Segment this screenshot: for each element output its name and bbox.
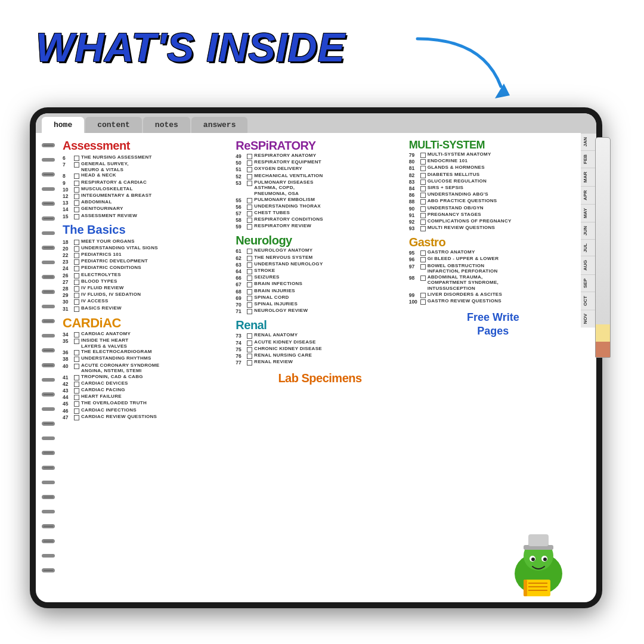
list-item: 35Inside the HeartLayers & Valves [63, 338, 231, 349]
list-item: 24Pediatric Conditions [63, 265, 231, 271]
section-multisystem: MULTi-SYSTEM 79Multi-System Anatomy 80En… [409, 139, 577, 231]
list-item: 84SIRS + Sepsis [409, 185, 577, 191]
navbar: home content notes answers [36, 113, 596, 133]
list-item: 80Endocrine 101 [409, 158, 577, 165]
list-item: 63Understand Neurology [236, 261, 404, 268]
section-gastro: Gastro 95Gastro Anatomy 96GI Bleed - Upp… [409, 236, 577, 305]
mascot-container [409, 343, 577, 597]
list-item: 81Glands & Hormones [409, 165, 577, 171]
list-item: 90Understand OB/GYN [409, 205, 577, 212]
list-item: 96GI Bleed - Upper & Lower [409, 256, 577, 262]
list-item: 40Acute Coronary SyndromeAngina, NSTEMI,… [63, 363, 231, 374]
freewrite-title: Free WritePages [409, 311, 577, 339]
list-item: 50Respiratory Equipment [236, 159, 404, 166]
list-item: 28IV Fluid Review [63, 285, 231, 292]
spiral-binding [42, 143, 57, 572]
list-item: 86Understanding ABG's [409, 191, 577, 198]
column-3: MULTi-SYSTEM 79Multi-System Anatomy 80En… [409, 139, 577, 597]
tab-apr[interactable]: APR [581, 186, 596, 204]
list-item: 88ABG Practice Questions [409, 198, 577, 205]
tab-notes[interactable]: notes [143, 117, 190, 133]
tab-jul[interactable]: JUL [581, 239, 596, 256]
tab-may[interactable]: MAY [581, 204, 596, 222]
list-item: 7General Survey,Neuro & Vitals [63, 161, 231, 172]
list-item: 57Chest Tubes [236, 210, 404, 216]
svg-rect-11 [524, 580, 550, 596]
list-item: 55Pulmonary Embolism [236, 197, 404, 203]
tab-oct[interactable]: OCT [581, 292, 596, 309]
cardiac-title: CARDiAC [63, 315, 231, 331]
list-item: 59Respiratory Review [236, 223, 404, 230]
list-item: 76Renal Nursing Care [236, 352, 404, 359]
list-item: 23Pediatric Development [63, 258, 231, 265]
tablet-screen: home content notes answers JAN FEB MAR A… [36, 113, 596, 602]
list-item: 26Electrolytes [63, 272, 231, 278]
pencil [595, 137, 611, 358]
list-item: 82Diabetes Mellitus [409, 172, 577, 178]
tab-mar[interactable]: MAR [581, 168, 596, 186]
tab-jun[interactable]: JUN [581, 222, 596, 239]
arrow-decoration [411, 33, 513, 110]
section-cardiac: CARDiAC 34Cardiac Anatomy 35Inside the H… [63, 315, 231, 420]
basics-title: The Basics [63, 223, 231, 237]
list-item: 52Mechanical Ventilation [236, 173, 404, 179]
list-item: 98Abdominal Trauma,Compartment Syndrome,… [409, 274, 577, 292]
list-item: 45The Overloaded Truth [63, 400, 231, 407]
respiratory-title: ReSPiRATORY [236, 139, 404, 153]
list-item: 10Musculoskeletal [63, 186, 231, 193]
assessment-title: Assessment [63, 139, 231, 153]
pear-mascot [506, 526, 571, 597]
tab-aug[interactable]: AUG [581, 256, 596, 274]
tab-feb[interactable]: FEB [581, 150, 596, 168]
list-item: 44Heart Failure [63, 394, 231, 400]
list-item: 95Gastro Anatomy [409, 249, 577, 256]
list-item: 99Liver Disorders & Ascites [409, 292, 577, 298]
list-item: 61Neurology Anatomy [236, 247, 404, 254]
list-item: 53Pulmonary DiseasesAsthma, COPD,Pneumon… [236, 179, 404, 197]
gastro-title: Gastro [409, 236, 577, 249]
section-respiratory: ReSPiRATORY 49Respiratory Anatomy 50Resp… [236, 139, 404, 230]
tab-nov[interactable]: NOV [581, 309, 596, 327]
list-item: 83Glucose Regulation [409, 178, 577, 185]
list-item: 36The Electrocardiogram [63, 349, 231, 355]
list-item: 73Renal Anatomy [236, 332, 404, 339]
list-item: 18Meet Your Organs [63, 239, 231, 245]
month-tabs: JAN FEB MAR APR MAY JUN JUL AUG SEP OCT … [581, 133, 596, 602]
list-item: 79Multi-System Anatomy [409, 151, 577, 158]
svg-marker-0 [495, 83, 510, 98]
list-item: 6The Nursing Assessment [63, 154, 231, 161]
list-item: 27Blood Types [63, 278, 231, 285]
list-item: 51Oxygen Delivery [236, 166, 404, 172]
list-item: 67Brain Infections [236, 281, 404, 287]
list-item: 34Cardiac Anatomy [63, 331, 231, 338]
list-item: 58Respiratory Conditions [236, 216, 404, 223]
svg-point-7 [531, 558, 535, 561]
section-assessment: Assessment 6The Nursing Assessment 7Gene… [63, 139, 231, 219]
list-item: 20Understanding Vital Signs [63, 245, 231, 252]
list-item: 46Cardiac Infections [63, 407, 231, 414]
list-item: 64Stroke [236, 268, 404, 274]
tab-home[interactable]: home [42, 117, 84, 133]
list-item: 100Gastro Review Questions [409, 298, 577, 305]
svg-rect-12 [524, 580, 527, 596]
tab-jan[interactable]: JAN [581, 133, 596, 150]
section-neurology: Neurology 61Neurology Anatomy 62The Nerv… [236, 234, 404, 314]
svg-point-8 [543, 558, 547, 561]
tab-answers[interactable]: answers [191, 117, 248, 133]
section-renal: Renal 73Renal Anatomy 74Acute Kidney Dis… [236, 318, 404, 366]
list-item: 14Genitourinary [63, 206, 231, 212]
tab-sep[interactable]: SEP [581, 274, 596, 292]
list-item: 41Troponin, CAD & CABG [63, 374, 231, 380]
list-item: 62The Nervous System [236, 255, 404, 261]
list-item: 42Cardiac Devices [63, 380, 231, 387]
list-item: 71Neurology Review [236, 308, 404, 314]
list-item: 13Abdominal [63, 199, 231, 206]
list-item: 66Seizures [236, 274, 404, 281]
section-basics: The Basics 18Meet Your Organs 20Understa… [63, 223, 231, 312]
column-1: Assessment 6The Nursing Assessment 7Gene… [63, 139, 231, 597]
list-item: 49Respiratory Anatomy [236, 153, 404, 159]
list-item: 38Understanding Rhythms [63, 355, 231, 362]
svg-rect-10 [528, 534, 549, 546]
list-item: 97Bowel ObstructionInfarction, Perforati… [409, 263, 577, 274]
tab-content[interactable]: content [85, 117, 142, 133]
